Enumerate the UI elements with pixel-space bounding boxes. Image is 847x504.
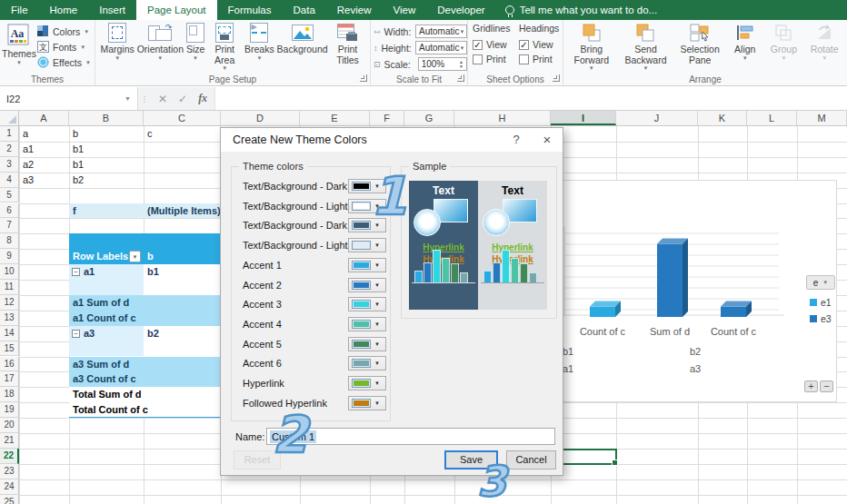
collapse-icon[interactable]: − (72, 330, 80, 338)
column-header-a[interactable]: A (19, 111, 69, 125)
row-header-3[interactable]: 3 (0, 157, 19, 173)
pivot-subtotal-a3-sum[interactable]: a3 Sum of d (69, 357, 221, 372)
swatch-button-5[interactable]: ▼ (348, 278, 386, 292)
pivot-subtotal-a1-sum[interactable]: a1 Sum of d (69, 295, 221, 311)
column-header-e[interactable]: E (300, 111, 370, 125)
row-header-11[interactable]: 11 (0, 280, 19, 295)
close-icon[interactable]: × (532, 128, 563, 152)
column-header-l[interactable]: L (747, 111, 797, 125)
row-header-2[interactable]: 2 (0, 142, 19, 157)
row-header-24[interactable]: 24 (0, 479, 19, 495)
tab-formulas[interactable]: Formulas (217, 0, 283, 20)
column-header-c[interactable]: C (144, 111, 221, 125)
pivot-subtotal-a1-count[interactable]: a1 Count of c (69, 311, 221, 326)
swatch-button-9[interactable]: ▼ (348, 356, 386, 371)
gridlines-view-checkbox[interactable]: ✓View (473, 37, 514, 52)
row-header-21[interactable]: 21 (0, 433, 19, 449)
column-header-b[interactable]: B (69, 111, 144, 125)
headings-print-checkbox[interactable]: Print (519, 52, 561, 66)
column-header-k[interactable]: K (698, 111, 747, 125)
swatch-button-7[interactable]: ▼ (348, 317, 386, 331)
pivot-value-b1[interactable]: b1 (144, 264, 221, 280)
fonts-button[interactable]: 文 Fonts ▼ (37, 39, 91, 54)
cell-A1[interactable]: a (19, 126, 69, 142)
pivot-item-blank[interactable] (69, 280, 144, 295)
row-header-18[interactable]: 18 (0, 387, 19, 402)
tab-review[interactable]: Review (326, 0, 383, 20)
pivot-total-count[interactable]: Total Count of c (69, 402, 221, 418)
tab-developer[interactable]: Developer (426, 0, 495, 20)
pivot-subtotal-a3-count[interactable]: a3 Count of c (69, 371, 221, 387)
column-header-g[interactable]: G (404, 111, 454, 125)
swatch-button-4[interactable]: ▼ (348, 258, 386, 272)
tab-home[interactable]: Home (39, 0, 89, 20)
swatch-button-10[interactable]: ▼ (348, 376, 386, 390)
cell-B6[interactable]: f (69, 203, 144, 219)
gridlines-print-checkbox[interactable]: Print (473, 52, 514, 66)
tab-view[interactable]: View (383, 0, 427, 20)
swatch-button-8[interactable]: ▼ (348, 337, 386, 351)
cell-B4[interactable]: b2 (69, 173, 144, 188)
chart-collapse-button[interactable]: − (820, 380, 833, 392)
row-header-10[interactable]: 10 (0, 264, 19, 280)
colors-button[interactable]: Colors ▼ (37, 24, 91, 39)
row-header-25[interactable]: 25 (0, 495, 19, 504)
cell-C1[interactable]: c (144, 126, 221, 142)
pivot-row-labels-filter-icon[interactable]: ▼ (129, 251, 141, 262)
row-header-12[interactable]: 12 (0, 295, 19, 311)
row-header-6[interactable]: 6 (0, 203, 19, 219)
pivot-value-blank[interactable] (144, 341, 221, 357)
chart-expand-button[interactable]: + (804, 380, 818, 392)
row-header-7[interactable]: 7 (0, 218, 19, 233)
pivot-item-blank[interactable] (69, 341, 144, 357)
cancel-entry-icon[interactable]: ✕ (158, 93, 167, 105)
tell-me-box[interactable]: Tell me what you want to do... (496, 0, 667, 20)
column-header-f[interactable]: F (370, 111, 404, 125)
pivot-chart[interactable]: Count of cSum of dCount of cb1b2a1a3 e▼ … (518, 180, 837, 402)
row-header-19[interactable]: 19 (0, 402, 19, 418)
effects-button[interactable]: Effects ▼ (37, 54, 91, 70)
scale-spinner[interactable]: 100%▲▼ (418, 57, 467, 71)
column-header-j[interactable]: J (616, 111, 698, 125)
swatch-button-11[interactable]: ▼ (348, 396, 386, 410)
pivot-total-sum[interactable]: Total Sum of d (69, 387, 221, 402)
sheet-options-dialog-launcher[interactable] (553, 74, 560, 82)
row-header-4[interactable]: 4 (0, 173, 19, 188)
cell-C6[interactable]: (Multiple Items) (144, 203, 221, 219)
row-header-1[interactable]: 1 (0, 126, 19, 142)
row-header-15[interactable]: 15 (0, 341, 19, 357)
insert-function-icon[interactable]: fx (198, 92, 207, 105)
cell-A3[interactable]: a2 (19, 157, 69, 173)
cell-A4[interactable]: a3 (19, 173, 69, 188)
pivot-col-header-cell[interactable]: b (144, 249, 221, 264)
pivot-item-a3[interactable]: a3 (69, 326, 144, 341)
cell-A2[interactable]: a1 (19, 142, 69, 157)
pivot-value-blank[interactable] (144, 280, 221, 295)
page-setup-dialog-launcher[interactable] (360, 74, 367, 82)
row-header-5[interactable]: 5 (0, 188, 19, 203)
collapse-icon[interactable]: − (72, 268, 80, 276)
name-box[interactable]: I22 ▼ (0, 87, 138, 110)
help-icon[interactable]: ? (501, 128, 532, 152)
row-header-23[interactable]: 23 (0, 464, 19, 479)
pivot-value-b2[interactable]: b2 (144, 326, 221, 341)
height-select[interactable]: Automatic▼ (415, 41, 467, 54)
tab-data[interactable]: Data (283, 0, 326, 20)
select-all-button[interactable] (0, 111, 19, 126)
row-header-20[interactable]: 20 (0, 418, 19, 433)
cell-B2[interactable]: b1 (69, 142, 144, 157)
row-header-13[interactable]: 13 (0, 311, 19, 326)
cell-B3[interactable]: b1 (69, 157, 144, 173)
row-header-17[interactable]: 17 (0, 371, 19, 387)
cell-B1[interactable]: b (69, 126, 144, 142)
column-header-i[interactable]: I (551, 111, 616, 125)
width-select[interactable]: Automatic▼ (415, 25, 467, 38)
tab-page-layout[interactable]: Page Layout (136, 0, 217, 20)
headings-view-checkbox[interactable]: ✓View (519, 37, 561, 52)
themes-button[interactable]: Aa Themes ▼ (3, 21, 35, 65)
row-header-14[interactable]: 14 (0, 326, 19, 341)
swatch-button-3[interactable]: ▼ (348, 238, 386, 252)
row-header-9[interactable]: 9 (0, 249, 19, 264)
column-header-h[interactable]: H (454, 111, 551, 125)
chart-field-button-e[interactable]: e▼ (806, 275, 835, 290)
